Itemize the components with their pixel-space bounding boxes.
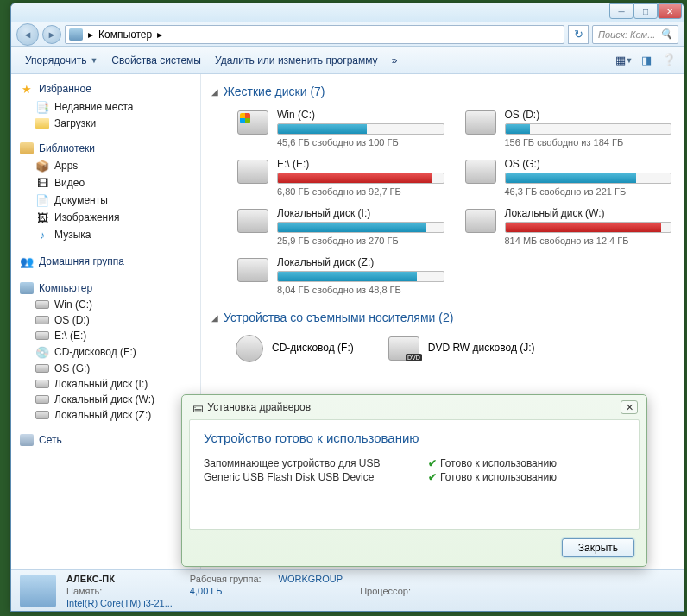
driver-install-popup: 🖴 Установка драйверов ✕ Устройство готов… <box>181 394 647 567</box>
removable-name: CD-дисковод (F:) <box>272 342 354 354</box>
cd-drive-icon <box>236 335 263 362</box>
network-icon <box>20 434 34 446</box>
sidebar-computer[interactable]: Компьютер <box>11 280 200 297</box>
sidebar-drive-w[interactable]: Локальный диск (W:) <box>11 392 200 407</box>
removable-item[interactable]: DVD RW дисковод (J:) <box>388 333 535 362</box>
sidebar-drive-i[interactable]: Локальный диск (I:) <box>11 376 200 392</box>
sidebar-lib-music[interactable]: ♪Музыка <box>11 226 200 243</box>
drive-item[interactable]: Win (C:) 45,6 ГБ свободно из 100 ГБ <box>236 107 446 149</box>
pictures-icon: 🖼 <box>35 211 49 224</box>
system-properties-button[interactable]: Свойства системы <box>104 51 208 70</box>
popup-device-name: Запоминающее устройство для USB <box>204 457 428 469</box>
sidebar-recent-places[interactable]: 📑Недавние места <box>11 98 200 116</box>
recent-icon: 📑 <box>35 100 49 114</box>
drive-name: Win (C:) <box>277 109 444 121</box>
cd-icon: 💿 <box>35 345 49 359</box>
popup-body: Устройство готово к использованию Запоми… <box>189 419 640 530</box>
check-icon: ✔ <box>428 457 437 469</box>
uninstall-program-button[interactable]: Удалить или изменить программу <box>208 51 385 70</box>
drive-free-text: 25,9 ГБ свободно из 270 ГБ <box>277 236 444 246</box>
drive-name: OS (G:) <box>505 158 672 170</box>
sidebar-drive-z[interactable]: Локальный диск (Z:) <box>11 407 200 423</box>
titlebar: ─ □ ✕ <box>11 3 684 22</box>
sidebar-drive-e[interactable]: E:\ (E:) <box>11 328 200 343</box>
drive-capacity-bar <box>505 173 672 184</box>
sidebar-drive-f[interactable]: 💿CD-дисковод (F:) <box>11 343 200 361</box>
drive-name: Локальный диск (I:) <box>277 207 444 219</box>
nav-bar: ◄ ► ▸ Компьютер ▸ ↻ Поиск: Ком...🔍 <box>11 22 684 47</box>
drive-icon <box>237 258 268 282</box>
sidebar-drive-d[interactable]: OS (D:) <box>11 312 200 328</box>
status-computer-name: АЛЕКС-ПК <box>66 574 173 584</box>
help-icon[interactable]: ❔ <box>661 53 677 68</box>
drive-free-text: 6,80 ГБ свободно из 92,7 ГБ <box>277 186 444 197</box>
sidebar-lib-apps[interactable]: 📦Apps <box>11 157 200 174</box>
documents-icon: 📄 <box>35 193 49 207</box>
close-button[interactable]: ✕ <box>658 3 682 19</box>
back-button[interactable]: ◄ <box>16 23 39 46</box>
drive-free-text: 45,6 ГБ свободно из 100 ГБ <box>277 137 444 148</box>
drive-icon <box>35 411 49 419</box>
section-removable[interactable]: ◢Устройства со съемными носителями (2) <box>211 311 673 324</box>
popup-close-icon[interactable]: ✕ <box>621 400 638 414</box>
drive-free-text: 814 МБ свободно из 12,4 ГБ <box>505 236 672 246</box>
drive-capacity-bar <box>505 222 672 233</box>
homegroup-icon: 👥 <box>20 255 34 268</box>
libraries-icon <box>20 142 34 154</box>
sidebar-lib-videos[interactable]: 🎞Видео <box>11 174 200 192</box>
drive-icon <box>237 160 268 184</box>
preview-pane-icon[interactable]: ◨ <box>639 53 654 68</box>
popup-title-text: Установка драйверов <box>207 401 311 413</box>
drive-free-text: 156 ГБ свободно из 184 ГБ <box>505 137 672 148</box>
breadcrumb-location[interactable]: Компьютер <box>98 28 152 41</box>
removable-item[interactable]: CD-дисковод (F:) <box>236 333 354 362</box>
toolbar: Упорядочить▼ Свойства системы Удалить ил… <box>11 47 684 74</box>
sidebar-homegroup[interactable]: 👥Домашняя группа <box>11 252 200 271</box>
sidebar-drive-c[interactable]: Win (C:) <box>11 297 200 312</box>
status-memory-label: Память: <box>66 586 173 596</box>
section-hard-drives[interactable]: ◢Жесткие диски (7) <box>211 85 673 98</box>
sidebar-libraries[interactable]: Библиотеки <box>11 140 200 157</box>
drive-item[interactable]: OS (G:) 46,3 ГБ свободно из 221 ГБ <box>463 156 674 198</box>
dvd-drive-icon <box>388 336 419 361</box>
drive-capacity-bar <box>505 123 672 135</box>
drive-name: E:\ (E:) <box>277 158 444 170</box>
refresh-button[interactable]: ↻ <box>568 25 589 44</box>
status-memory: 4,00 ГБ <box>190 586 262 596</box>
sidebar-lib-pictures[interactable]: 🖼Изображения <box>11 209 200 226</box>
sidebar-lib-documents[interactable]: 📄Документы <box>11 192 200 209</box>
drive-item[interactable]: E:\ (E:) 6,80 ГБ свободно из 92,7 ГБ <box>236 156 446 198</box>
computer-icon <box>69 28 83 41</box>
popup-device-name: Generic USB Flash Disk USB Device <box>204 471 428 483</box>
drive-item[interactable]: Локальный диск (W:) 814 МБ свободно из 1… <box>463 205 674 248</box>
search-input[interactable]: Поиск: Ком...🔍 <box>592 25 678 44</box>
apps-icon: 📦 <box>35 159 49 173</box>
status-bar: АЛЕКС-ПК Рабочая группа: WORKGROUP Памят… <box>11 569 684 611</box>
drive-item[interactable]: Локальный диск (Z:) 8,04 ГБ свободно из … <box>236 255 446 297</box>
computer-large-icon <box>20 575 56 607</box>
view-options-icon[interactable]: ▦▼ <box>616 53 632 68</box>
breadcrumb-sep: ▸ <box>88 28 93 41</box>
drive-icon <box>35 364 49 373</box>
drive-item[interactable]: OS (D:) 156 ГБ свободно из 184 ГБ <box>463 107 674 149</box>
popup-titlebar: 🖴 Установка драйверов ✕ <box>182 395 646 419</box>
drive-name: OS (D:) <box>505 109 672 121</box>
drive-item[interactable]: Локальный диск (I:) 25,9 ГБ свободно из … <box>236 205 446 248</box>
sidebar-downloads[interactable]: Загрузки <box>11 116 200 131</box>
drive-icon <box>237 110 268 135</box>
sidebar-network[interactable]: Сеть <box>11 431 200 449</box>
breadcrumb[interactable]: ▸ Компьютер ▸ <box>65 25 564 44</box>
drive-capacity-bar <box>277 123 444 135</box>
organize-menu[interactable]: Упорядочить▼ <box>18 51 104 70</box>
forward-button[interactable]: ► <box>42 25 61 44</box>
sidebar-favorites[interactable]: ★Избранное <box>11 79 200 98</box>
minimize-button[interactable]: ─ <box>609 3 633 19</box>
drive-icon <box>465 110 496 135</box>
computer-icon <box>20 282 34 294</box>
maximize-button[interactable]: □ <box>633 3 658 19</box>
sidebar-drive-g[interactable]: OS (G:) <box>11 361 200 376</box>
drive-name: Локальный диск (Z:) <box>277 256 444 268</box>
drive-free-text: 8,04 ГБ свободно из 48,8 ГБ <box>277 285 444 295</box>
popup-close-button[interactable]: Закрыть <box>562 538 634 557</box>
toolbar-overflow[interactable]: » <box>385 51 405 70</box>
